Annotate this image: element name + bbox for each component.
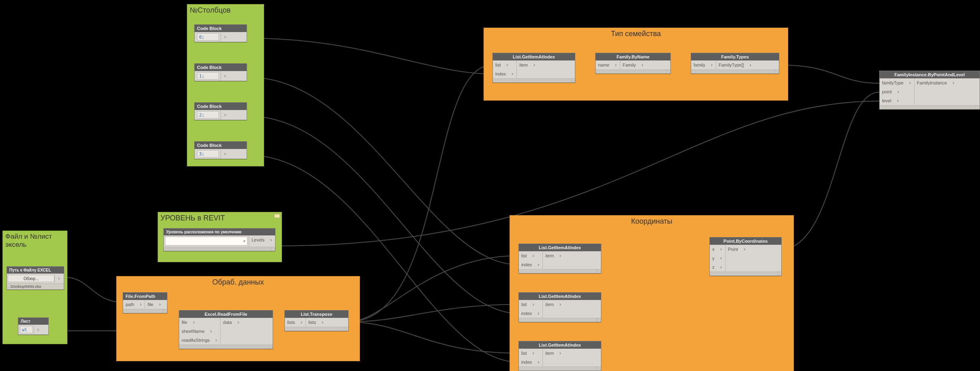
in-port[interactable]: ›: [297, 318, 306, 327]
browse-button[interactable]: Обзор...: [8, 275, 54, 282]
out-port[interactable]: ›: [221, 149, 229, 158]
in-port[interactable]: ›: [212, 336, 220, 345]
out-port[interactable]: ›: [746, 60, 755, 69]
code-input[interactable]: [197, 33, 219, 41]
node-title: List.GetItemAtIndex: [519, 341, 601, 349]
node-title: File.FromPath: [123, 293, 167, 300]
node-get-item-y[interactable]: List.GetItemAtIndex list› index› item›: [518, 292, 601, 322]
in-port[interactable]: ›: [717, 263, 725, 272]
out-port[interactable]: ›: [741, 245, 749, 254]
port-label: Family: [620, 63, 638, 67]
port-label: level: [880, 98, 894, 103]
in-port[interactable]: ›: [894, 87, 902, 96]
in-port[interactable]: ›: [717, 254, 725, 263]
sheet-input[interactable]: [20, 326, 33, 333]
port-label: Levels: [249, 237, 267, 242]
node-code-block-0[interactable]: Code Block ›: [194, 24, 247, 42]
in-port[interactable]: ›: [906, 78, 914, 87]
out-port[interactable]: ›: [556, 300, 564, 309]
out-port[interactable]: ›: [55, 274, 63, 283]
in-port[interactable]: ›: [529, 300, 537, 309]
in-port[interactable]: ›: [190, 318, 198, 327]
code-input[interactable]: [197, 111, 219, 119]
node-title: Лист: [18, 318, 48, 325]
level-dropdown[interactable]: ▾: [165, 237, 247, 246]
in-port[interactable]: ›: [529, 251, 537, 260]
out-port[interactable]: ›: [950, 78, 958, 87]
node-title: List.GetItemAtIndex: [519, 293, 601, 300]
note-icon: [274, 214, 280, 218]
node-title: FamilyInstance.ByPointAndLevel: [880, 71, 980, 78]
node-code-block-3[interactable]: Code Block ›: [194, 141, 247, 159]
in-port[interactable]: ›: [137, 300, 145, 309]
port-label: index: [493, 71, 508, 76]
out-port[interactable]: ›: [556, 251, 564, 260]
out-port[interactable]: ›: [319, 318, 327, 327]
out-port[interactable]: ›: [221, 71, 229, 80]
in-port[interactable]: ›: [717, 245, 725, 254]
out-port[interactable]: ›: [556, 349, 564, 358]
node-file-path-picker[interactable]: Путь к Файлу EXCEL Обзор... › ..\Desktop…: [7, 266, 64, 290]
node-title: Code Block: [195, 142, 247, 149]
code-input[interactable]: [197, 150, 219, 157]
node-title: List.Transpose: [285, 311, 348, 318]
group-title: Координаты: [510, 216, 794, 226]
node-get-item-x[interactable]: List.GetItemAtIndex list› index› item›: [518, 244, 601, 274]
out-port[interactable]: ›: [34, 325, 42, 334]
in-port[interactable]: ›: [534, 358, 542, 367]
port-label: item: [543, 351, 556, 356]
node-code-block-1[interactable]: Code Block ›: [194, 63, 247, 81]
code-input[interactable]: [197, 72, 219, 80]
node-code-block-2[interactable]: Code Block ›: [194, 102, 247, 120]
in-port[interactable]: ›: [503, 60, 511, 69]
out-port[interactable]: ›: [234, 318, 243, 327]
node-family-types[interactable]: Family.Types family› FamilyType[]›: [691, 53, 779, 74]
node-file-from-path[interactable]: File.FromPath path› file›: [123, 292, 167, 313]
node-list-transpose[interactable]: List.Transpose lists› lists›: [284, 310, 349, 331]
node-title: Уровень расположения по умолчнию: [164, 229, 275, 235]
port-label: file: [145, 302, 156, 307]
group-title: №Столбцов: [187, 4, 264, 15]
in-port[interactable]: ›: [612, 60, 620, 69]
in-port[interactable]: ›: [529, 349, 537, 358]
in-port[interactable]: ›: [207, 327, 215, 336]
chevron-down-icon: ▾: [243, 239, 245, 243]
out-port[interactable]: ›: [156, 300, 164, 309]
out-port[interactable]: ›: [221, 110, 229, 119]
out-port[interactable]: ›: [267, 235, 275, 244]
in-port[interactable]: ›: [708, 60, 716, 69]
node-title: Путь к Файлу EXCEL: [7, 267, 64, 274]
node-get-item-family[interactable]: List.GetItemAtIndex list› index› item›: [492, 53, 575, 83]
node-family-by-name[interactable]: Family.ByName name› Family›: [595, 53, 671, 74]
node-title: Code Block: [195, 25, 247, 32]
port-label: list: [519, 351, 529, 356]
node-get-item-z[interactable]: List.GetItemAtIndex list› index› item›: [518, 341, 601, 371]
node-family-instance[interactable]: FamilyInstance.ByPointAndLevel familyTyp…: [879, 71, 980, 110]
port-label: sheetName: [179, 329, 207, 334]
out-port[interactable]: ›: [221, 32, 229, 41]
port-label: item: [543, 302, 556, 307]
node-default-level[interactable]: Уровень расположения по умолчнию ▾ Level…: [163, 228, 275, 251]
out-port[interactable]: ›: [638, 60, 646, 69]
node-excel-read[interactable]: Excel.ReadFromFile file› sheetName› read…: [179, 310, 273, 349]
node-sheet[interactable]: Лист ›: [18, 317, 49, 335]
in-port[interactable]: ›: [508, 69, 516, 78]
in-port[interactable]: ›: [534, 309, 542, 318]
port-label: x: [710, 247, 717, 252]
in-port[interactable]: ›: [534, 260, 542, 269]
group-title: Файл и №лист эксель: [3, 231, 67, 249]
group-title: УРОВЕНЬ в REVIT: [158, 212, 282, 222]
group-title: Тип семейства: [484, 28, 788, 38]
file-path-display: ..\Desktop\NNN.xlsx: [7, 283, 64, 289]
port-label: FamilyType[]: [716, 63, 746, 67]
port-label: list: [519, 253, 529, 258]
port-label: lists: [285, 320, 297, 325]
port-label: file: [179, 320, 190, 325]
node-title: List.GetItemAtIndex: [519, 244, 601, 251]
port-label: point: [880, 89, 894, 94]
node-point-by-coordinates[interactable]: Point.ByCoordinates x› y› z› Point›: [709, 237, 782, 276]
out-port[interactable]: ›: [530, 60, 538, 69]
in-port[interactable]: ›: [894, 96, 902, 105]
group-title: Обраб. данных: [117, 276, 360, 287]
node-title: Family.Types: [691, 53, 779, 60]
